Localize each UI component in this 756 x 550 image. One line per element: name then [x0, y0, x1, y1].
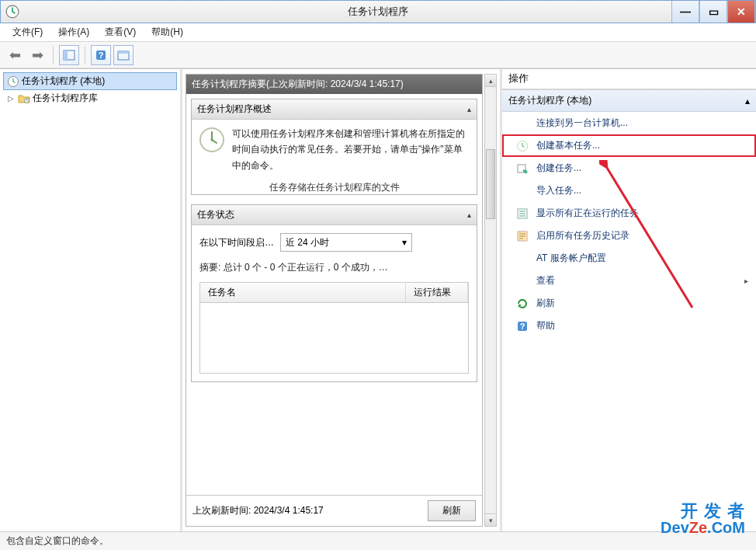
- last-refresh-label: 上次刷新时间: 2024/3/4 1:45:17: [192, 504, 324, 517]
- refresh-button[interactable]: 刷新: [428, 500, 476, 521]
- scroll-up-button[interactable]: ▴: [485, 75, 496, 87]
- action-item-7[interactable]: 查看▸: [502, 270, 756, 292]
- blank-icon: [516, 185, 529, 197]
- scroll-down-button[interactable]: ▾: [485, 513, 496, 526]
- action-item-0[interactable]: 连接到另一台计算机...: [502, 112, 756, 134]
- actions-pane-title: 操作: [502, 69, 756, 89]
- tree-expander-icon[interactable]: ▷: [6, 94, 16, 103]
- clock-icon: [516, 140, 529, 152]
- col-result[interactable]: 运行结果: [406, 283, 468, 302]
- table-rows: [200, 303, 468, 373]
- time-range-value: 近 24 小时: [286, 236, 329, 249]
- tree-child-label: 任务计划程序库: [33, 92, 98, 105]
- overview-section-header[interactable]: 任务计划程序概述 ▴: [192, 99, 477, 120]
- tree-child[interactable]: ▷ 任务计划程序库: [3, 90, 177, 106]
- action-item-6[interactable]: AT 服务帐户配置: [502, 247, 756, 270]
- status-text: 包含自定义窗口的命令。: [6, 534, 109, 548]
- status-section-header[interactable]: 任务状态 ▴: [192, 205, 477, 225]
- action-label: AT 服务帐户配置: [536, 252, 606, 265]
- list-icon: [516, 207, 529, 220]
- actions-list: 任务计划程序 (本地) ▴ 连接到另一台计算机... 创建基本任务...创建任务…: [502, 89, 756, 337]
- action-label: 创建基本任务...: [536, 139, 600, 152]
- menu-action[interactable]: 操作(A): [50, 23, 97, 41]
- svg-point-10: [211, 139, 213, 141]
- overview-section: 任务计划程序概述 ▴ 可以使用任务计划程序来创建和管理计算机将在所指定的时间自动…: [191, 99, 477, 195]
- menu-bar: 文件(F) 操作(A) 查看(V) 帮助(H): [0, 23, 756, 42]
- status-summary: 摘要: 总计 0 个 - 0 个正在运行，0 个成功，…: [199, 261, 469, 274]
- app-icon: [5, 5, 19, 19]
- action-label: 帮助: [536, 319, 555, 332]
- action-item-4[interactable]: 显示所有正在运行的任务: [502, 202, 756, 225]
- blank-icon: [516, 275, 529, 287]
- maximize-button[interactable]: ▭: [699, 1, 727, 23]
- overview-truncated: 任务存储在任务计划程库的文件: [192, 179, 477, 194]
- overview-text: 可以使用任务计划程序来创建和管理计算机将在所指定的时间自动执行的常见任务。若要开…: [232, 126, 470, 173]
- chevron-up-icon: ▴: [467, 105, 471, 113]
- svg-rect-2: [64, 50, 68, 60]
- action-item-8[interactable]: 刷新: [502, 292, 756, 315]
- center-content: 任务计划程序摘要(上次刷新时间: 2024/3/4 1:45:17) 任务计划程…: [186, 74, 483, 527]
- vertical-scrollbar[interactable]: ▴ ▾: [484, 74, 497, 527]
- action-label: 显示所有正在运行的任务: [536, 207, 639, 220]
- status-title: 任务状态: [197, 208, 234, 221]
- table-header: 任务名 运行结果: [200, 283, 468, 303]
- back-button[interactable]: ⬅: [5, 45, 25, 65]
- task-table: 任务名 运行结果: [199, 282, 469, 374]
- tree-root-label: 任务计划程序 (本地): [22, 75, 105, 88]
- chevron-down-icon: ▾: [402, 237, 407, 248]
- watermark-line1: 开 发 者: [661, 502, 745, 520]
- svg-text:?: ?: [520, 322, 525, 331]
- chevron-right-icon: ▸: [744, 277, 748, 285]
- chevron-up-icon: ▴: [745, 96, 750, 106]
- action-label: 导入任务...: [536, 184, 581, 197]
- center-pane: 任务计划程序摘要(上次刷新时间: 2024/3/4 1:45:17) 任务计划程…: [182, 69, 500, 531]
- scroll-track[interactable]: [485, 87, 496, 513]
- toolbar-separator: [53, 47, 54, 64]
- clock-icon: [7, 75, 19, 88]
- actions-pane: 操作 任务计划程序 (本地) ▴ 连接到另一台计算机... 创建基本任务...创…: [500, 69, 756, 531]
- tree-root[interactable]: 任务计划程序 (本地): [3, 72, 177, 90]
- scroll-thumb[interactable]: [486, 149, 495, 219]
- blank-icon: [516, 252, 529, 265]
- blank-icon: [516, 117, 529, 130]
- properties-toolbar-button[interactable]: [113, 45, 134, 65]
- chevron-up-icon: ▴: [467, 211, 471, 219]
- show-hide-tree-button[interactable]: [59, 45, 79, 65]
- folder-icon: [18, 92, 30, 105]
- minimize-button[interactable]: —: [671, 1, 699, 23]
- status-section: 任务状态 ▴ 在以下时间段启… 近 24 小时 ▾ 摘要: 总计 0 个 - 0…: [191, 204, 477, 382]
- action-item-2[interactable]: 创建任务...: [502, 157, 756, 179]
- clock-icon: [198, 126, 226, 154]
- action-item-1[interactable]: 创建基本任务...: [502, 134, 756, 157]
- center-body: 任务计划程序概述 ▴ 可以使用任务计划程序来创建和管理计算机将在所指定的时间自动…: [186, 94, 482, 495]
- help-toolbar-button[interactable]: ?: [91, 45, 111, 65]
- toolbar-separator: [85, 47, 85, 64]
- action-label: 刷新: [536, 297, 555, 310]
- action-item-5[interactable]: 启用所有任务历史记录: [502, 225, 756, 247]
- overview-body: 可以使用任务计划程序来创建和管理计算机将在所指定的时间自动执行的常见任务。若要开…: [192, 120, 477, 179]
- col-taskname[interactable]: 任务名: [200, 283, 406, 302]
- menu-help[interactable]: 帮助(H): [144, 23, 191, 41]
- main-area: 任务计划程序 (本地) ▷ 任务计划程序库 任务计划程序摘要(上次刷新时间: 2…: [0, 68, 756, 531]
- time-range-select[interactable]: 近 24 小时 ▾: [280, 233, 412, 252]
- actions-subhead: 任务计划程序 (本地) ▴: [502, 90, 756, 112]
- overview-title: 任务计划程序概述: [197, 103, 272, 116]
- status-bar: 包含自定义窗口的命令。: [0, 531, 756, 550]
- toolbar: ⬅ ➡ ?: [0, 42, 756, 68]
- close-button[interactable]: ✕: [727, 1, 755, 23]
- action-label: 查看: [536, 274, 555, 287]
- filter-row: 在以下时间段启… 近 24 小时 ▾: [199, 233, 469, 252]
- action-item-9[interactable]: ?帮助: [502, 315, 756, 337]
- menu-file[interactable]: 文件(F): [5, 23, 50, 41]
- refresh-icon: [516, 298, 529, 310]
- svg-rect-6: [118, 51, 129, 54]
- forward-button[interactable]: ➡: [27, 45, 47, 65]
- window-title: 任务计划程序: [1, 5, 755, 19]
- filter-label: 在以下时间段启…: [199, 236, 274, 249]
- action-item-3[interactable]: 导入任务...: [502, 179, 756, 202]
- svg-text:?: ?: [99, 50, 104, 60]
- help-icon: ?: [516, 320, 529, 332]
- title-bar: 任务计划程序 — ▭ ✕: [0, 0, 756, 23]
- status-body: 在以下时间段启… 近 24 小时 ▾ 摘要: 总计 0 个 - 0 个正在运行，…: [192, 225, 477, 381]
- menu-view[interactable]: 查看(V): [97, 23, 144, 41]
